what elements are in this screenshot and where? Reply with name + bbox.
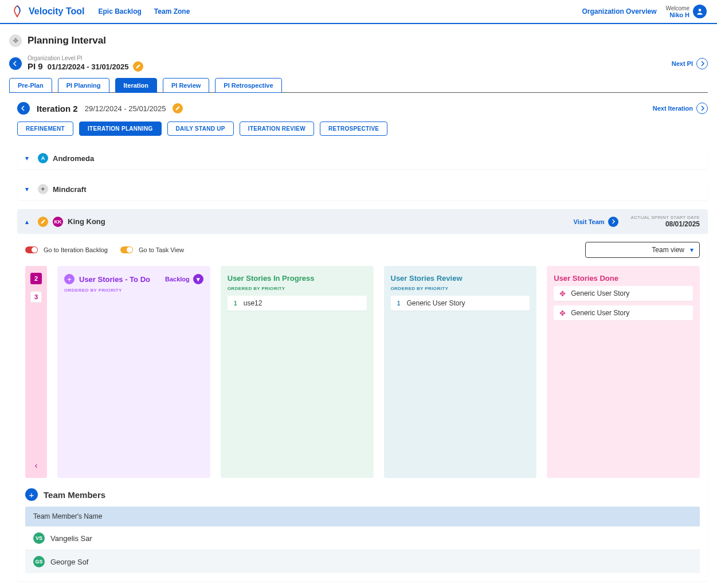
order-note: ORDERED BY PRIORITY	[228, 286, 367, 291]
team-avatar-icon: A	[38, 153, 48, 163]
drag-icon: ✥	[558, 289, 566, 297]
toggle-task-view-label: Go to Task View	[139, 246, 184, 253]
iteration-pill-row: REFINEMENT ITERATION PLANNING DAILY STAN…	[17, 121, 708, 136]
toggle-task-view[interactable]	[120, 246, 133, 253]
pi-dates: 01/12/2024 - 31/01/2025	[48, 62, 129, 71]
card-priority: 1	[395, 300, 402, 307]
chevron-down-icon: ▾	[25, 154, 33, 162]
member-name: Vangelis Sar	[50, 534, 92, 543]
card-priority: 1	[232, 300, 239, 307]
column-title: User Stories Review	[391, 274, 463, 283]
pill-retrospective[interactable]: RETROSPECTIVE	[320, 121, 387, 136]
story-card[interactable]: 1 use12	[228, 296, 367, 311]
tab-iteration[interactable]: Iteration	[115, 78, 157, 93]
pi-info-block: Organization Level PI PI 9 01/12/2024 - …	[28, 55, 143, 72]
pi-name: PI 9	[28, 61, 43, 71]
column-todo: + User Stories - To Do Backlog ▾ ORDERED…	[57, 266, 210, 478]
chevron-down-icon: ▾	[193, 274, 203, 284]
edit-pi-button[interactable]	[133, 61, 143, 72]
team-member-row[interactable]: VS Vangelis Sar	[25, 526, 700, 550]
view-select[interactable]: Team view ▾	[585, 242, 700, 258]
board-side-column: 2 3 ‹	[25, 266, 47, 478]
column-title: User Stories Done	[554, 274, 618, 283]
edit-iteration-button[interactable]	[173, 103, 183, 113]
team-header-kingkong[interactable]: ▴ KK King Kong Visit Team ACTUAL SPRINT …	[17, 209, 708, 234]
column-title: User Stories - To Do	[79, 275, 150, 284]
column-in-progress: User Stories In Progress ORDERED BY PRIO…	[221, 266, 374, 478]
app-header: Velocity Tool Epic Backlog Team Zone Org…	[0, 0, 717, 24]
toggle-iteration-backlog-label: Go to Iteration Backlog	[44, 246, 108, 253]
team-name: Mindcraft	[53, 185, 87, 194]
story-card[interactable]: ✥ Generic User Story	[554, 286, 693, 301]
team-name: King Kong	[68, 217, 105, 226]
team-avatar-icon: ✦	[38, 184, 48, 194]
sprint-date-label: ACTUAL SPRINT START DATE	[631, 215, 700, 220]
iteration-dates: 29/12/2024 - 25/01/2025	[85, 104, 166, 113]
team-members-section: + Team Members Team Member's Name VS Van…	[25, 488, 700, 573]
team-name: Andromeda	[53, 154, 94, 163]
chevron-down-icon: ▾	[690, 246, 694, 254]
team-body: Go to Iteration Backlog Go to Task View …	[17, 234, 708, 581]
team-header-andromeda[interactable]: ▾ A Andromeda	[17, 147, 708, 169]
app-logo-icon	[10, 5, 24, 18]
chevron-up-icon: ▴	[25, 218, 33, 226]
team-members-column-header: Team Member's Name	[25, 507, 700, 526]
card-title: Generic User Story	[571, 309, 629, 317]
member-avatar-icon: GS	[33, 556, 45, 567]
card-title: Generic User Story	[571, 289, 629, 297]
next-pi-button[interactable]: Next PI	[672, 58, 708, 69]
visit-team-link[interactable]: Visit Team	[574, 217, 618, 227]
card-title: Generic User Story	[407, 299, 465, 307]
column-done: User Stories Done ✥ Generic User Story ✥…	[547, 266, 700, 478]
user-welcome-block: Welcome Niko H	[666, 5, 690, 18]
pill-iteration-planning[interactable]: ITERATION PLANNING	[79, 121, 162, 136]
add-team-member-button[interactable]: +	[25, 488, 38, 501]
tab-pre-plan[interactable]: Pre-Plan	[9, 78, 52, 93]
pi-level-label: Organization Level PI	[28, 55, 143, 61]
iteration-title: Iteration 2	[37, 104, 78, 113]
team-avatar-icon: KK	[53, 217, 63, 227]
pill-refinement[interactable]: REFINEMENT	[17, 121, 73, 136]
member-name: George Sof	[50, 558, 89, 566]
sprint-date-value: 08/01/2025	[665, 220, 700, 228]
team-member-row[interactable]: GS George Sof	[25, 550, 700, 573]
welcome-label: Welcome	[666, 5, 690, 11]
kanban-board: 2 3 ‹ + User Stories - To Do Backlog ▾ O…	[25, 266, 700, 478]
prev-pi-button[interactable]	[9, 57, 22, 70]
pi-tab-row: Pre-Plan PI Planning Iteration PI Review…	[9, 77, 708, 93]
backlog-chip[interactable]: Backlog ▾	[165, 274, 203, 284]
sprint-date-block: ACTUAL SPRINT START DATE 08/01/2025	[631, 215, 700, 228]
pill-iteration-review[interactable]: ITERATION REVIEW	[240, 121, 314, 136]
nav-org-overview[interactable]: Organization Overview	[582, 7, 656, 15]
pill-daily-standup[interactable]: DAILY STAND UP	[167, 121, 234, 136]
prev-iteration-button[interactable]	[17, 102, 30, 115]
nav-team-zone[interactable]: Team Zone	[154, 7, 190, 15]
order-note: ORDERED BY PRIORITY	[64, 288, 203, 293]
svg-point-0	[699, 9, 702, 11]
side-badge[interactable]: 3	[30, 291, 42, 303]
next-iteration-button[interactable]: Next Iteration	[653, 103, 708, 114]
nav-epic-backlog[interactable]: Epic Backlog	[99, 7, 142, 15]
column-review: User Stories Review ORDERED BY PRIORITY …	[384, 266, 537, 478]
story-card[interactable]: ✥ Generic User Story	[554, 305, 693, 320]
toggle-iteration-backlog[interactable]	[25, 246, 38, 253]
tab-pi-retrospective[interactable]: PI Retrospective	[215, 78, 281, 93]
page-title-icon: ❖	[9, 34, 22, 47]
side-badge[interactable]: 2	[30, 273, 42, 284]
collapse-side-icon[interactable]: ‹	[35, 461, 38, 470]
tab-pi-review[interactable]: PI Review	[163, 78, 209, 93]
user-avatar-icon[interactable]	[693, 5, 707, 18]
add-story-button[interactable]: +	[64, 274, 75, 284]
team-header-mindcraft[interactable]: ▾ ✦ Mindcraft	[17, 178, 708, 200]
tab-pi-planning[interactable]: PI Planning	[58, 78, 109, 93]
page-title: Planning Interval	[28, 35, 106, 46]
team-members-title: Team Members	[44, 490, 105, 500]
edit-team-button[interactable]	[38, 217, 48, 227]
member-avatar-icon: VS	[33, 532, 45, 544]
chevron-down-icon: ▾	[25, 185, 33, 193]
story-card[interactable]: 1 Generic User Story	[391, 296, 530, 311]
order-note: ORDERED BY PRIORITY	[391, 286, 530, 291]
user-name[interactable]: Niko H	[669, 11, 689, 18]
card-title: use12	[244, 299, 262, 307]
brand-title[interactable]: Velocity Tool	[29, 6, 85, 17]
